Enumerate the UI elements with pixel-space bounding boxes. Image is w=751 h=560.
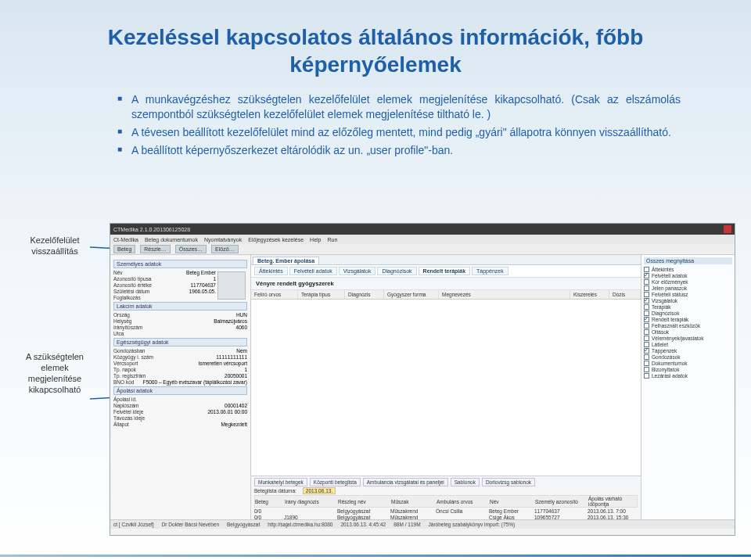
toolbar-button[interactable]: Előző… — [211, 245, 239, 253]
label: Vércsoport — [113, 361, 138, 366]
bullet-list: A munkavégzéshez szükségtelen kezelőfelü… — [117, 92, 681, 158]
bottom-tab[interactable]: Munkahelyi betegek — [254, 478, 307, 486]
close-icon[interactable] — [724, 225, 731, 233]
checkbox[interactable] — [644, 317, 649, 322]
checkbox[interactable] — [644, 361, 649, 366]
subtab[interactable]: Táppénzek — [472, 267, 508, 275]
col-header[interactable]: Megnevezés — [439, 290, 570, 299]
label: Név — [113, 270, 123, 275]
bottom-tab[interactable]: Sablonok — [451, 478, 480, 486]
table-row[interactable]: 0/0 J1890 Belgyógyászat Műszakrend Csige… — [254, 515, 638, 520]
checkbox[interactable] — [644, 354, 649, 360]
chk-label: Rendelt terápiák — [652, 317, 688, 322]
chk-label: Látlelet — [652, 342, 668, 347]
sub-tabs: Áttekintés Felvételi adatok Vizsgálatok … — [251, 265, 641, 278]
bcol: Személy azonosító — [535, 499, 582, 504]
status-item: http://sajat.ctmedika.hu:8080 — [268, 522, 332, 527]
table-row[interactable]: 0/0 Belgyógyászat Műszakrend Öncsi Csill… — [254, 508, 638, 514]
label: Tp. regisztrám — [113, 373, 146, 379]
value: 1 — [213, 276, 216, 282]
chk-label: Gondozások — [652, 354, 681, 360]
menu-item[interactable]: Előjegyzések kezelése — [248, 237, 304, 242]
right-panel-header[interactable]: Összes megnyitása — [644, 257, 732, 264]
checkbox[interactable] — [644, 273, 649, 278]
checkbox[interactable] — [644, 298, 649, 303]
col-header[interactable]: Terápia típus — [298, 290, 345, 299]
chk-label: Vizsgálatok — [652, 298, 677, 303]
checkbox[interactable] — [644, 367, 649, 372]
chk-label: Áttekintés — [652, 267, 674, 272]
grid-header: Felíró orvos Terápia típus Diagnózis Gyó… — [251, 290, 641, 300]
section-header[interactable]: Egészségügyi adatok — [113, 338, 247, 346]
chk-label: Felvételi adatok — [652, 273, 688, 278]
slide-title: Kezeléssel kapcsolatos általános informá… — [78, 23, 673, 78]
col-header[interactable]: Kiszerelés — [570, 290, 609, 299]
bullet-item: A munkavégzéshez szükségtelen kezelőfelü… — [117, 92, 681, 122]
toolbar-button[interactable]: Részle… — [140, 245, 170, 253]
value: Megkezdett — [221, 422, 247, 427]
bcol: Részleg név — [338, 499, 385, 504]
status-item: 88M / 119M — [393, 522, 420, 527]
status-item: Dr Dokter Bácsi Nevében — [162, 522, 219, 527]
label: Azonosító értéke — [113, 282, 152, 288]
checkbox[interactable] — [644, 329, 649, 335]
toolbar-button[interactable]: Beteg — [113, 245, 135, 253]
grid-body[interactable] — [251, 300, 641, 476]
label: Állapot — [113, 422, 129, 427]
bcol: Műszak — [391, 499, 430, 504]
side-label-hide: A szükségtelen elemek megjelenítése kika… — [16, 351, 94, 396]
bullet-item: A beállított képernyőszerkezet eltárolód… — [117, 143, 681, 158]
date-value[interactable]: 2013.06.13. — [303, 487, 336, 494]
bcol: Név — [490, 499, 529, 504]
subtab[interactable]: Diagnózisok — [377, 267, 416, 275]
checkbox[interactable] — [644, 373, 649, 379]
col-header[interactable]: Gyógyszer forma — [384, 290, 439, 299]
col-header[interactable]: Felíró orvos — [251, 290, 298, 299]
label: Tp. napok — [113, 367, 136, 372]
footer-accent — [0, 555, 751, 557]
label: Felvétel ideje — [113, 409, 143, 415]
bottom-tab[interactable]: Dorlovizsg sablonok — [482, 478, 535, 486]
tab-patient-care[interactable]: Beteg. Ember ápolása — [253, 257, 319, 264]
checkbox[interactable] — [644, 336, 649, 341]
checkbox[interactable] — [644, 323, 649, 328]
checkbox[interactable] — [644, 279, 649, 285]
checkbox[interactable] — [644, 285, 649, 291]
menu-item[interactable]: Beteg dokumentumok — [145, 237, 198, 242]
menu-item[interactable]: Nyomtatványok — [204, 237, 242, 242]
subtab[interactable]: Felvételi adatok — [289, 267, 337, 275]
label: Utca — [113, 331, 124, 336]
chk-label: Jelen panaszok — [652, 285, 687, 291]
subtab[interactable]: Vizsgálatok — [339, 267, 376, 275]
checkbox[interactable] — [644, 304, 649, 310]
subtab[interactable]: Rendelt terápiák — [419, 267, 470, 275]
menu-item[interactable]: Ct-Medika — [113, 237, 138, 242]
chk-label: Terápiák — [652, 304, 671, 310]
toolbar-button[interactable]: Összes… — [175, 245, 207, 253]
menu-item[interactable]: Run — [328, 237, 338, 242]
menu-item[interactable]: Help — [310, 237, 321, 242]
section-header[interactable]: Lakcím adatok — [113, 302, 247, 311]
section-header[interactable]: Ápolási adatok — [113, 386, 247, 395]
value: 117704637 — [190, 282, 216, 288]
label: Születési dátum — [113, 289, 149, 294]
col-header[interactable]: Dózis — [609, 290, 641, 299]
label: Azonosító típusa — [113, 276, 151, 282]
bottom-tab[interactable]: Ambulancia vizsgálatai és paneljei — [363, 478, 448, 486]
subtab[interactable]: Áttekintés — [254, 267, 288, 275]
status-bar: ct [ Czvikli József] Dr Dokter Bácsi Nev… — [110, 519, 735, 529]
chk-label: Oltások — [652, 329, 669, 335]
value: F5000 – Egyéb evészavar (táplálkozási za… — [143, 379, 247, 385]
bottom-tab[interactable]: Központi beteglista — [310, 478, 361, 486]
chk-label: Felvételi státusz — [652, 292, 688, 297]
section-header[interactable]: Személyes adatok — [113, 260, 247, 268]
chk-label: BizonyItatok — [652, 367, 679, 372]
label: Ápolási id. — [113, 397, 137, 402]
checkbox[interactable] — [644, 348, 649, 354]
col-header[interactable]: Diagnózis — [345, 290, 384, 299]
menu-bar[interactable]: Ct-Medika Beteg dokumentumok Nyomtatvány… — [110, 235, 735, 244]
chk-label: Diagnózisok — [652, 311, 679, 316]
bcol: Irány diagnózis — [285, 499, 332, 504]
label: Gondozásban — [113, 348, 145, 354]
status-item: Belgyógyászat — [227, 522, 260, 527]
